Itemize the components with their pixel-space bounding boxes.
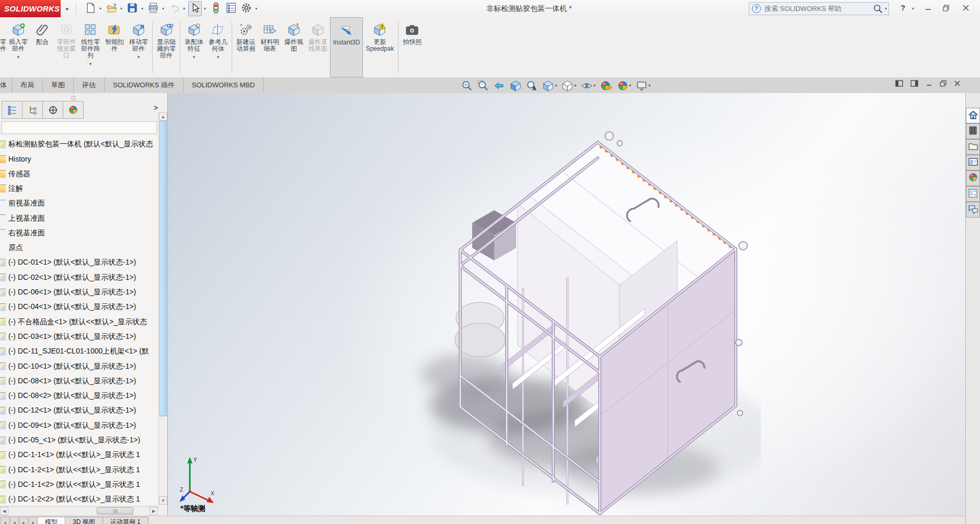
apply-scene-icon[interactable]: ▾	[618, 81, 631, 91]
doc-tab-nav-next-icon[interactable]: ▸	[19, 517, 28, 524]
tree-horizontal-scrollbar[interactable]: ◀ ▶	[0, 506, 158, 515]
tree-item[interactable]: (-) DC-04<1> (默认<默认_显示状态-1>)	[0, 300, 158, 314]
show-hidden-components[interactable]: 显示隐藏的零部件	[154, 17, 178, 77]
tree-item[interactable]: (-) DC-03<1> (默认<默认_显示状态-1>)	[0, 329, 158, 344]
tree-vertical-scrollbar[interactable]: ▲ ▼	[158, 112, 167, 505]
task-pane-view-palette-button[interactable]	[966, 155, 980, 170]
tree-item[interactable]: (-) DC-02<1> (默认<默认_显示状态-1>)	[0, 270, 158, 285]
tree-root-item[interactable]: 标检测贴胶包装一体机 (默认<默认_显示状态	[0, 137, 158, 152]
view-orientation-icon[interactable]: ▾	[542, 80, 557, 92]
task-pane-home-button[interactable]	[966, 108, 980, 123]
instant3d[interactable]: Instant3D	[330, 17, 363, 77]
tree-item[interactable]: (-) DC-08<2> (默认<默认_显示状态-1>)	[0, 389, 158, 403]
command-tab-1[interactable]: 布局	[12, 77, 43, 93]
select-cursor-button[interactable]	[188, 1, 202, 16]
scroll-up-arrow[interactable]: ▲	[159, 112, 167, 121]
scroll-down-arrow[interactable]: ▼	[159, 496, 167, 505]
help-caret-icon[interactable]: ▾	[912, 6, 914, 11]
search-caret-icon[interactable]: ▾	[885, 6, 887, 11]
search-icon[interactable]	[873, 4, 883, 14]
tree-item[interactable]: 传感器	[0, 167, 158, 181]
tree-item[interactable]: (-) DC-1-1<2> (默认<<默认>_显示状态 1	[0, 477, 158, 492]
doc-tab-nav-previous-icon[interactable]: ◂	[10, 517, 19, 524]
hscroll-thumb[interactable]	[97, 507, 133, 515]
zoom-to-fit-icon[interactable]	[461, 80, 473, 92]
display-style-dropdown-icon[interactable]: ▾	[574, 83, 576, 88]
linear-component-pattern-dropdown-icon[interactable]: ▼	[88, 61, 93, 67]
display-style-icon[interactable]: ▾	[562, 80, 576, 92]
section-view-icon[interactable]	[510, 80, 521, 92]
selection-filter-button[interactable]	[209, 2, 223, 16]
new-document-button[interactable]	[84, 2, 97, 16]
tree-item[interactable]: (-) DC-1-1<1> (默认<<默认>_显示状态 1	[0, 448, 158, 462]
component-preview-window[interactable]: 零部件预览窗口	[54, 17, 78, 77]
move-component[interactable]: 移动零部件▼	[127, 17, 151, 77]
options-gear-button[interactable]	[240, 2, 253, 16]
view-settings-icon[interactable]: ▾	[636, 80, 651, 92]
insert-components[interactable]: 插入零部件▼	[6, 17, 30, 77]
doc-tab-3D 视图[interactable]: 3D 视图	[65, 517, 103, 524]
mate[interactable]: 配合	[30, 17, 54, 77]
pane-right-icon[interactable]	[910, 79, 918, 89]
restore-doc-icon[interactable]	[940, 79, 947, 89]
doc-tab-模型[interactable]: 模型	[37, 517, 65, 524]
graphics-viewport[interactable]: Y X Z *等轴测	[168, 93, 965, 516]
scroll-right-arrow[interactable]: ▶	[150, 507, 158, 515]
task-pane-appearances-scenes-button[interactable]	[966, 170, 980, 186]
undo-dropdown-icon[interactable]: ▾	[183, 6, 185, 11]
hide-show-items-dropdown-icon[interactable]: ▾	[594, 83, 596, 88]
command-tab-2[interactable]: 草图	[43, 77, 74, 93]
panel-expand-arrow[interactable]: >	[154, 104, 158, 112]
assembly-features-dropdown-icon[interactable]: ▼	[192, 54, 196, 61]
restore-button[interactable]	[942, 4, 950, 14]
task-pane-file-explorer-button[interactable]	[966, 139, 980, 155]
command-tab-5[interactable]: SOLIDWORKS MBD	[184, 77, 264, 93]
task-pane-custom-properties-button[interactable]	[966, 186, 980, 202]
tree-item[interactable]: (-) 不合格品盒<1> (默认<<默认>_显示状态	[0, 315, 158, 329]
take-snapshot[interactable]: 拍快照	[400, 17, 424, 77]
tree-item[interactable]: 上视基准面	[0, 211, 158, 226]
smart-fasteners[interactable]: 智能扣件	[102, 17, 127, 77]
command-tab-0[interactable]: 体	[0, 77, 12, 93]
select-cursor-dropdown-icon[interactable]: ▾	[204, 6, 206, 11]
reference-geometry[interactable]: 参考几何体▼	[206, 17, 230, 77]
exploded-view[interactable]: 爆炸视图	[282, 17, 306, 77]
tree-item[interactable]: 右视基准面	[0, 226, 158, 241]
search-input[interactable]	[764, 4, 873, 13]
view-settings-dropdown-icon[interactable]: ▾	[648, 83, 651, 88]
tree-item[interactable]: (-) DC-08<1> (默认<默认_显示状态-1>)	[0, 374, 158, 389]
command-tab-3[interactable]: 评估	[74, 77, 105, 93]
task-pane-design-library-button[interactable]	[966, 123, 980, 139]
new-document-dropdown-icon[interactable]: ▾	[99, 6, 101, 11]
explode-line-sketch[interactable]: 爆炸直线草图	[306, 17, 330, 77]
view-orientation-dropdown-icon[interactable]: ▾	[555, 83, 557, 88]
insert-components-dropdown-icon[interactable]: ▼	[16, 54, 20, 61]
tree-item[interactable]: (-) DC-10<1> (默认<默认_显示状态-1>)	[0, 359, 158, 374]
undo-button[interactable]	[167, 2, 181, 16]
options-gear-dropdown-icon[interactable]: ▾	[255, 6, 257, 11]
assembly-features[interactable]: 装配体特征▼	[182, 17, 206, 77]
close-doc-icon[interactable]	[954, 79, 961, 89]
open-document-button[interactable]	[105, 2, 118, 16]
help-button[interactable]: ?	[901, 3, 905, 12]
task-list-button[interactable]	[224, 2, 238, 16]
feature-manager-tab[interactable]	[2, 101, 22, 119]
tree-item[interactable]: (-) DC-1-2<1> (默认<<默认>_显示状态 1	[0, 463, 158, 477]
annotation-view-icon[interactable]: A	[526, 80, 538, 92]
move-component-dropdown-icon[interactable]: ▼	[136, 54, 141, 61]
open-document-dropdown-icon[interactable]: ▾	[120, 6, 122, 11]
tree-item[interactable]: (-) DC-11_SJE01-CL01-1000上机架<1> (默	[0, 344, 158, 359]
clipped-button[interactable]: 零件	[0, 17, 6, 77]
new-motion-study[interactable]: 新建运动算例	[234, 17, 258, 77]
hide-show-items-icon[interactable]: ▾	[581, 80, 596, 92]
print-button[interactable]	[146, 2, 160, 16]
tree-item[interactable]: 前视基准面	[0, 196, 158, 211]
previous-view-icon[interactable]	[494, 80, 505, 92]
panel-collapse-dot[interactable]	[71, 96, 76, 100]
configuration-manager-tab[interactable]	[42, 101, 63, 119]
close-button[interactable]	[962, 4, 970, 14]
minimize-button[interactable]	[925, 4, 932, 14]
tree-item[interactable]: History	[0, 152, 158, 166]
property-manager-tab[interactable]	[22, 101, 43, 119]
tree-item[interactable]: (-) DC-1-2<2> (默认<<默认>_显示状态 1	[0, 492, 158, 505]
